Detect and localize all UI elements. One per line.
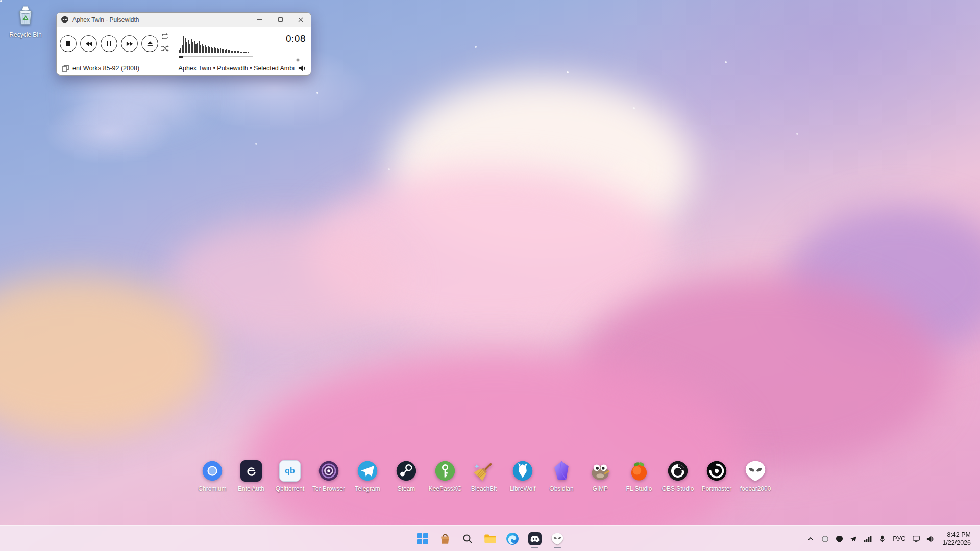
shortcut-qbittorrent[interactable]: qb Qbittorrent	[271, 459, 309, 492]
foobar-app-icon	[61, 16, 69, 24]
search-icon	[461, 533, 474, 545]
shortcut-obsidian[interactable]: Obsidian	[542, 459, 581, 492]
maximize-button[interactable]	[270, 13, 290, 27]
browser-button[interactable]	[502, 529, 523, 549]
artist-track-text: Aphex Twin • Pulsewidth • Selected Ambi	[179, 65, 295, 72]
tray-display[interactable]	[910, 530, 923, 548]
shortcut-bleachbit[interactable]: BleachBit	[464, 459, 503, 492]
shortcut-tor-browser[interactable]: Tor Browser	[309, 459, 348, 492]
librewolf-icon	[511, 459, 534, 483]
taskbar: РУС 8:42 PM 1/22/2026	[0, 525, 980, 551]
pause-icon	[107, 41, 111, 46]
discord-icon	[528, 532, 542, 545]
obs-studio-icon	[666, 459, 690, 483]
tor-browser-icon	[317, 459, 340, 483]
fl-studio-icon	[627, 459, 651, 483]
chevron-up-icon	[807, 536, 814, 542]
now-playing-icon[interactable]	[62, 65, 69, 72]
tray-microphone[interactable]	[875, 530, 889, 548]
foobar2000-window[interactable]: Aphex Twin - Pulsewidth	[56, 12, 311, 76]
shortcut-keepassxc[interactable]: KeePassXC	[426, 459, 464, 492]
seekbar[interactable]	[179, 56, 253, 57]
close-button[interactable]	[290, 13, 311, 27]
maximize-icon	[278, 17, 283, 22]
language-indicator[interactable]: РУС	[890, 535, 909, 542]
shuffle-toggle[interactable]	[161, 44, 169, 55]
shortcut-label: Chromium	[198, 485, 226, 492]
edge-browser-icon	[506, 532, 519, 545]
shortcut-librewolf[interactable]: LibreWolf	[503, 459, 542, 492]
shortcut-telegram[interactable]: Telegram	[348, 459, 387, 492]
recycle-bin-icon	[14, 4, 37, 30]
pause-button[interactable]	[101, 35, 117, 52]
repeat-toggle[interactable]	[161, 32, 169, 42]
eject-button[interactable]	[141, 35, 158, 52]
minimize-icon	[257, 19, 262, 20]
recycle-bin-label: Recycle Bin	[9, 31, 41, 38]
shortcut-label: Tor Browser	[312, 485, 345, 492]
search-button[interactable]	[457, 529, 478, 549]
shortcut-gimp[interactable]: GIMP	[581, 459, 620, 492]
windows-logo-icon	[417, 533, 428, 544]
shortcut-label: Steam	[398, 485, 415, 492]
spectrum-visualizer	[179, 34, 253, 53]
close-icon	[298, 17, 303, 22]
gimp-icon	[589, 459, 612, 483]
bleachbit-icon	[472, 459, 496, 483]
shortcut-portmaster[interactable]: Portmaster	[697, 459, 736, 492]
cloud-shape	[77, 71, 199, 122]
shortcut-label: foobar2000	[740, 485, 771, 492]
portmaster-icon	[705, 459, 728, 483]
foobar2000-taskbar-button[interactable]	[547, 529, 568, 549]
previous-button[interactable]	[80, 35, 97, 52]
tray-telegram[interactable]	[847, 530, 860, 548]
show-desktop-button[interactable]	[976, 526, 979, 551]
start-button[interactable]	[412, 529, 433, 549]
display-icon	[912, 535, 920, 543]
network-signal-icon	[864, 535, 872, 543]
shortcut-steam[interactable]: Steam	[387, 459, 426, 492]
shortcut-label: Portmaster	[702, 485, 732, 492]
package-manager-button[interactable]	[435, 529, 455, 549]
shortcut-chromium[interactable]: Chromium	[193, 459, 232, 492]
tray-foobar[interactable]	[832, 530, 846, 548]
recycle-bin-shortcut[interactable]: Recycle Bin	[5, 4, 46, 38]
clock-date: 1/22/2026	[942, 539, 971, 547]
stop-button[interactable]	[60, 35, 77, 52]
cloud-shape	[168, 219, 403, 342]
elapsed-time: 0:08	[286, 33, 306, 44]
file-explorer-button[interactable]	[480, 529, 500, 549]
keepassxc-icon	[433, 459, 457, 483]
seekbar-progress	[179, 56, 183, 58]
obsidian-icon	[550, 459, 573, 483]
tray-network[interactable]	[861, 530, 874, 548]
taskbar-clock[interactable]: 8:42 PM 1/22/2026	[938, 531, 975, 547]
telegram-tray-icon	[849, 535, 857, 543]
desktop-shortcut-row: Chromium Ente Auth qb Qbittorrent Tor Br…	[193, 459, 775, 492]
qbittorrent-icon: qb	[278, 459, 302, 483]
discord-button[interactable]	[525, 529, 545, 549]
shortcut-obs-studio[interactable]: OBS Studio	[658, 459, 697, 492]
foobar2000-icon	[744, 459, 767, 483]
next-button[interactable]	[121, 35, 138, 52]
shortcut-label: BleachBit	[471, 485, 497, 492]
tray-overflow-button[interactable]	[804, 530, 817, 548]
tray-volume[interactable]	[924, 530, 937, 548]
shortcut-label: FL Studio	[626, 485, 652, 492]
minimize-button[interactable]	[250, 13, 270, 27]
speaker-icon	[926, 535, 935, 543]
shortcut-ente-auth[interactable]: Ente Auth	[232, 459, 271, 492]
shortcut-label: Telegram	[355, 485, 380, 492]
steam-icon	[395, 459, 418, 483]
circle-app-icon	[821, 535, 829, 543]
clock-time: 8:42 PM	[947, 531, 971, 539]
tray-app-circle[interactable]	[818, 530, 831, 548]
shortcut-label: KeePassXC	[429, 485, 462, 492]
shortcut-fl-studio[interactable]: FL Studio	[620, 459, 658, 492]
shortcut-foobar2000[interactable]: foobar2000	[736, 459, 775, 492]
eject-icon	[146, 40, 154, 47]
window-titlebar[interactable]: Aphex Twin - Pulsewidth	[57, 13, 311, 27]
volume-icon[interactable]	[298, 65, 307, 72]
foobar2000-icon	[551, 532, 564, 545]
previous-icon	[85, 41, 92, 47]
